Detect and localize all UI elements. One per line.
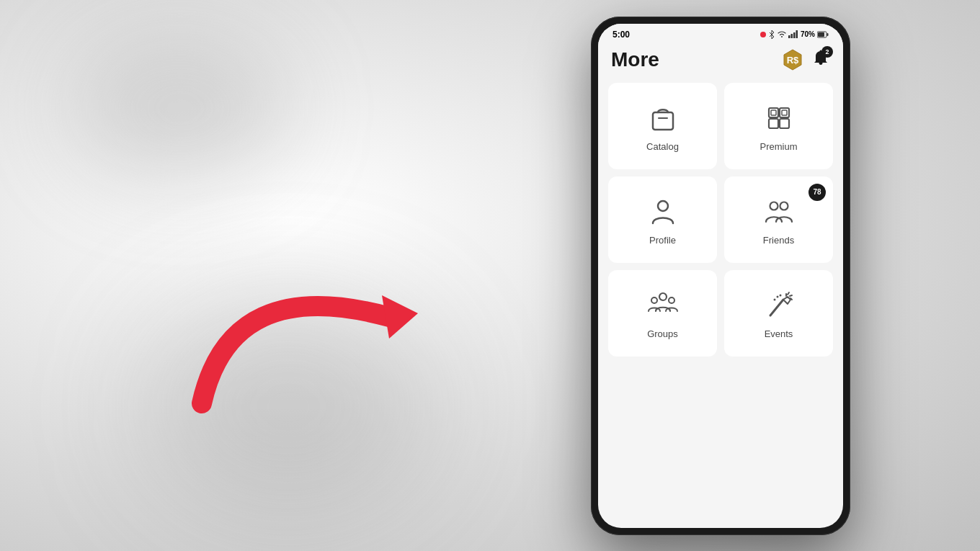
svg-rect-14 xyxy=(769,119,778,128)
svg-point-23 xyxy=(651,297,657,303)
friends-label: Friends xyxy=(763,235,794,246)
friends-icon xyxy=(763,196,795,228)
svg-rect-3 xyxy=(793,32,796,38)
svg-point-20 xyxy=(770,202,778,210)
svg-rect-15 xyxy=(780,108,789,117)
premium-icon xyxy=(763,102,795,134)
friends-badge: 78 xyxy=(808,184,826,201)
svg-rect-16 xyxy=(780,119,789,128)
bg-decoration-1 xyxy=(72,36,288,180)
svg-point-21 xyxy=(780,202,788,210)
svg-rect-18 xyxy=(782,110,787,115)
person-icon xyxy=(647,196,679,228)
status-bar: 5:00 xyxy=(598,24,843,42)
svg-point-24 xyxy=(669,297,674,303)
groups-label: Groups xyxy=(647,328,678,339)
notification-badge: 2 xyxy=(821,46,833,58)
svg-rect-2 xyxy=(790,34,793,38)
app-header: More R$ 2 xyxy=(598,42,843,79)
svg-point-31 xyxy=(779,295,781,297)
bluetooth-icon xyxy=(768,30,775,39)
profile-menu-item[interactable]: Profile xyxy=(608,176,717,263)
svg-rect-1 xyxy=(788,35,790,38)
status-icons: 70% xyxy=(760,30,829,39)
svg-line-27 xyxy=(790,295,792,296)
groups-menu-item[interactable]: Groups xyxy=(608,270,717,357)
svg-rect-17 xyxy=(771,110,776,115)
shopping-bag-icon xyxy=(647,102,679,134)
svg-point-19 xyxy=(658,201,668,211)
svg-rect-6 xyxy=(818,32,824,37)
svg-rect-7 xyxy=(827,33,829,36)
app-title: More xyxy=(611,48,659,71)
phone-wrapper: 5:00 xyxy=(461,0,980,551)
svg-line-26 xyxy=(788,292,789,295)
menu-grid: Catalog Premium xyxy=(598,79,843,361)
signal-icon xyxy=(788,30,798,38)
header-icons: R$ 2 xyxy=(781,48,830,71)
robux-icon[interactable]: R$ xyxy=(781,48,804,71)
events-label: Events xyxy=(765,328,793,339)
catalog-menu-item[interactable]: Catalog xyxy=(608,83,717,169)
battery-percent: 70% xyxy=(801,30,815,38)
svg-point-22 xyxy=(659,293,667,300)
status-time: 5:00 xyxy=(612,30,630,40)
svg-rect-11 xyxy=(653,112,673,130)
svg-line-28 xyxy=(790,298,792,300)
svg-point-30 xyxy=(776,296,778,298)
premium-label: Premium xyxy=(760,141,797,152)
bg-decoration-2 xyxy=(144,299,432,515)
svg-text:R$: R$ xyxy=(787,55,799,66)
svg-rect-13 xyxy=(769,108,778,117)
notification-button[interactable]: 2 xyxy=(811,49,830,71)
profile-label: Profile xyxy=(649,235,676,246)
svg-point-29 xyxy=(773,299,775,301)
phone-device: 5:00 xyxy=(591,17,850,535)
events-menu-item[interactable]: Events xyxy=(724,270,833,357)
svg-rect-4 xyxy=(796,30,798,38)
premium-menu-item[interactable]: Premium xyxy=(724,83,833,169)
friends-menu-item[interactable]: 78 Friends xyxy=(724,176,833,263)
groups-icon xyxy=(647,290,679,321)
catalog-label: Catalog xyxy=(646,141,679,152)
battery-icon xyxy=(817,31,829,38)
recording-dot xyxy=(760,32,766,37)
events-icon xyxy=(763,290,795,321)
wifi-icon xyxy=(778,31,786,38)
phone-screen: 5:00 xyxy=(598,24,843,528)
